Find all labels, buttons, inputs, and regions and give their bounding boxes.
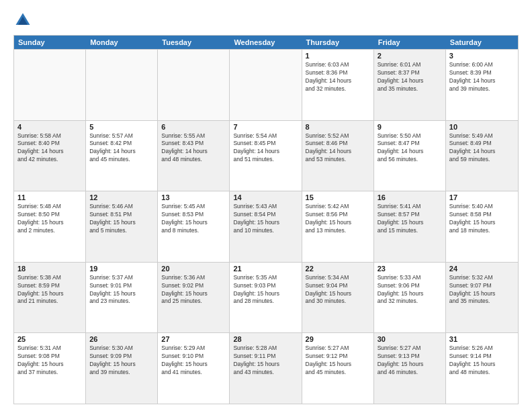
calendar-cell: 14Sunrise: 5:43 AM Sunset: 8:54 PM Dayli… <box>230 191 302 262</box>
cell-info: Sunrise: 5:55 AM Sunset: 8:43 PM Dayligh… <box>161 132 226 165</box>
day-number: 30 <box>378 335 442 343</box>
calendar-cell: 11Sunrise: 5:48 AM Sunset: 8:50 PM Dayli… <box>14 191 86 262</box>
calendar-cell: 20Sunrise: 5:36 AM Sunset: 9:02 PM Dayli… <box>158 263 230 333</box>
calendar-cell: 21Sunrise: 5:35 AM Sunset: 9:03 PM Dayli… <box>230 263 302 333</box>
day-number: 19 <box>89 265 154 273</box>
calendar-cell: 10Sunrise: 5:49 AM Sunset: 8:49 PM Dayli… <box>446 121 518 191</box>
calendar-cell: 16Sunrise: 5:41 AM Sunset: 8:57 PM Dayli… <box>374 191 446 262</box>
cell-info: Sunrise: 5:38 AM Sunset: 8:59 PM Dayligh… <box>17 274 82 306</box>
page-header <box>13 11 519 30</box>
day-number: 25 <box>17 335 82 343</box>
cell-info: Sunrise: 5:37 AM Sunset: 9:01 PM Dayligh… <box>89 274 154 306</box>
calendar-cell: 29Sunrise: 5:27 AM Sunset: 9:12 PM Dayli… <box>302 333 374 404</box>
calendar-cell: 30Sunrise: 5:27 AM Sunset: 9:13 PM Dayli… <box>374 333 446 404</box>
weekday-header: Monday <box>86 36 158 49</box>
day-number: 13 <box>161 193 226 201</box>
calendar-cell: 8Sunrise: 5:52 AM Sunset: 8:46 PM Daylig… <box>302 121 374 191</box>
calendar-page: SundayMondayTuesdayWednesdayThursdayFrid… <box>0 0 532 411</box>
weekday-header: Sunday <box>14 36 86 49</box>
day-number: 12 <box>89 193 154 201</box>
cell-info: Sunrise: 6:00 AM Sunset: 8:39 PM Dayligh… <box>449 61 515 93</box>
day-number: 6 <box>161 123 226 131</box>
calendar: SundayMondayTuesdayWednesdayThursdayFrid… <box>13 35 519 404</box>
day-number: 26 <box>89 335 154 343</box>
day-number: 2 <box>378 52 442 60</box>
cell-info: Sunrise: 5:43 AM Sunset: 8:54 PM Dayligh… <box>233 203 298 235</box>
calendar-row: 18Sunrise: 5:38 AM Sunset: 8:59 PM Dayli… <box>14 262 518 333</box>
calendar-cell <box>158 50 230 120</box>
calendar-cell: 28Sunrise: 5:28 AM Sunset: 9:11 PM Dayli… <box>230 333 302 404</box>
cell-info: Sunrise: 5:58 AM Sunset: 8:40 PM Dayligh… <box>17 132 82 165</box>
calendar-cell: 12Sunrise: 5:46 AM Sunset: 8:51 PM Dayli… <box>86 191 158 262</box>
cell-info: Sunrise: 5:48 AM Sunset: 8:50 PM Dayligh… <box>17 203 82 235</box>
cell-info: Sunrise: 5:40 AM Sunset: 8:58 PM Dayligh… <box>449 203 515 235</box>
cell-info: Sunrise: 5:46 AM Sunset: 8:51 PM Dayligh… <box>89 203 154 235</box>
calendar-cell: 23Sunrise: 5:33 AM Sunset: 9:06 PM Dayli… <box>374 263 446 333</box>
day-number: 27 <box>161 335 226 343</box>
day-number: 28 <box>233 335 298 343</box>
calendar-header: SundayMondayTuesdayWednesdayThursdayFrid… <box>14 36 518 49</box>
calendar-cell: 5Sunrise: 5:57 AM Sunset: 8:42 PM Daylig… <box>86 121 158 191</box>
day-number: 31 <box>449 335 515 343</box>
cell-info: Sunrise: 5:28 AM Sunset: 9:11 PM Dayligh… <box>233 345 298 377</box>
cell-info: Sunrise: 5:41 AM Sunset: 8:57 PM Dayligh… <box>378 203 442 235</box>
calendar-row: 25Sunrise: 5:31 AM Sunset: 9:08 PM Dayli… <box>14 332 518 404</box>
cell-info: Sunrise: 5:34 AM Sunset: 9:04 PM Dayligh… <box>306 274 370 306</box>
day-number: 15 <box>306 193 370 201</box>
calendar-cell: 17Sunrise: 5:40 AM Sunset: 8:58 PM Dayli… <box>446 191 518 262</box>
day-number: 1 <box>306 52 370 60</box>
day-number: 23 <box>378 265 442 273</box>
day-number: 18 <box>17 265 82 273</box>
calendar-row: 11Sunrise: 5:48 AM Sunset: 8:50 PM Dayli… <box>14 191 518 262</box>
cell-info: Sunrise: 5:52 AM Sunset: 8:46 PM Dayligh… <box>306 132 370 165</box>
day-number: 3 <box>449 52 515 60</box>
day-number: 21 <box>233 265 298 273</box>
cell-info: Sunrise: 6:01 AM Sunset: 8:37 PM Dayligh… <box>378 61 442 93</box>
cell-info: Sunrise: 5:45 AM Sunset: 8:53 PM Dayligh… <box>161 203 226 235</box>
cell-info: Sunrise: 5:31 AM Sunset: 9:08 PM Dayligh… <box>17 345 82 377</box>
weekday-header: Tuesday <box>158 36 230 49</box>
day-number: 10 <box>449 123 515 131</box>
calendar-cell: 24Sunrise: 5:32 AM Sunset: 9:07 PM Dayli… <box>446 263 518 333</box>
calendar-cell: 6Sunrise: 5:55 AM Sunset: 8:43 PM Daylig… <box>158 121 230 191</box>
cell-info: Sunrise: 5:57 AM Sunset: 8:42 PM Dayligh… <box>89 132 154 165</box>
day-number: 7 <box>233 123 298 131</box>
calendar-cell <box>14 50 86 120</box>
calendar-cell: 7Sunrise: 5:54 AM Sunset: 8:45 PM Daylig… <box>230 121 302 191</box>
calendar-row: 1Sunrise: 6:03 AM Sunset: 8:36 PM Daylig… <box>14 49 518 120</box>
calendar-cell: 26Sunrise: 5:30 AM Sunset: 9:09 PM Dayli… <box>86 333 158 404</box>
cell-info: Sunrise: 5:29 AM Sunset: 9:10 PM Dayligh… <box>161 345 226 377</box>
cell-info: Sunrise: 5:33 AM Sunset: 9:06 PM Dayligh… <box>378 274 442 306</box>
day-number: 17 <box>449 193 515 201</box>
day-number: 22 <box>306 265 370 273</box>
cell-info: Sunrise: 5:36 AM Sunset: 9:02 PM Dayligh… <box>161 274 226 306</box>
day-number: 5 <box>89 123 154 131</box>
day-number: 20 <box>161 265 226 273</box>
weekday-header: Friday <box>374 36 446 49</box>
calendar-cell: 15Sunrise: 5:42 AM Sunset: 8:56 PM Dayli… <box>302 191 374 262</box>
calendar-cell: 2Sunrise: 6:01 AM Sunset: 8:37 PM Daylig… <box>374 50 446 120</box>
cell-info: Sunrise: 6:03 AM Sunset: 8:36 PM Dayligh… <box>306 61 370 93</box>
day-number: 8 <box>306 123 370 131</box>
calendar-row: 4Sunrise: 5:58 AM Sunset: 8:40 PM Daylig… <box>14 120 518 191</box>
calendar-cell <box>230 50 302 120</box>
day-number: 4 <box>17 123 82 131</box>
cell-info: Sunrise: 5:27 AM Sunset: 9:13 PM Dayligh… <box>378 345 442 377</box>
cell-info: Sunrise: 5:30 AM Sunset: 9:09 PM Dayligh… <box>89 345 154 377</box>
logo-icon <box>13 11 32 30</box>
calendar-cell: 22Sunrise: 5:34 AM Sunset: 9:04 PM Dayli… <box>302 263 374 333</box>
calendar-cell: 25Sunrise: 5:31 AM Sunset: 9:08 PM Dayli… <box>14 333 86 404</box>
cell-info: Sunrise: 5:54 AM Sunset: 8:45 PM Dayligh… <box>233 132 298 165</box>
calendar-cell: 4Sunrise: 5:58 AM Sunset: 8:40 PM Daylig… <box>14 121 86 191</box>
cell-info: Sunrise: 5:32 AM Sunset: 9:07 PM Dayligh… <box>449 274 515 306</box>
logo <box>13 11 35 30</box>
calendar-cell: 9Sunrise: 5:50 AM Sunset: 8:47 PM Daylig… <box>374 121 446 191</box>
weekday-header: Saturday <box>446 36 518 49</box>
cell-info: Sunrise: 5:49 AM Sunset: 8:49 PM Dayligh… <box>449 132 515 165</box>
cell-info: Sunrise: 5:50 AM Sunset: 8:47 PM Dayligh… <box>378 132 442 165</box>
day-number: 14 <box>233 193 298 201</box>
day-number: 24 <box>449 265 515 273</box>
calendar-cell: 3Sunrise: 6:00 AM Sunset: 8:39 PM Daylig… <box>446 50 518 120</box>
day-number: 9 <box>378 123 442 131</box>
calendar-cell: 19Sunrise: 5:37 AM Sunset: 9:01 PM Dayli… <box>86 263 158 333</box>
